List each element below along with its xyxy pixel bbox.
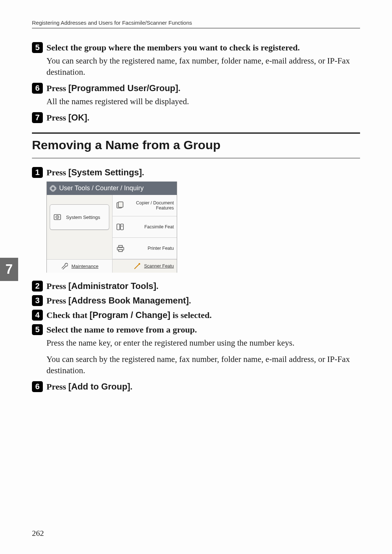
step-title: Press [Address Book Management].	[46, 296, 191, 306]
printer-features-button[interactable]: Printer Featu	[113, 238, 177, 259]
copier-features-button[interactable]: Copier / Document Features	[113, 195, 177, 216]
ui-label: [Add to Group]	[68, 382, 130, 391]
step-number-3: 3	[32, 295, 43, 306]
fax-icon	[115, 223, 126, 231]
text: Press	[46, 382, 68, 391]
embedded-screenshot: User Tools / Counter / Inquiry System Se…	[46, 182, 177, 273]
text: Press	[46, 83, 68, 93]
step-number-6b: 6	[32, 381, 43, 392]
text: Press	[46, 281, 68, 291]
maintenance-icon	[61, 263, 68, 269]
text: .	[156, 281, 158, 291]
chapter-side-tab: 7	[0, 258, 18, 281]
step-title: Press [System Settings].	[46, 167, 144, 178]
svg-rect-12	[119, 249, 122, 252]
step-number-6: 6	[32, 83, 43, 94]
button-label: Maintenance	[72, 264, 98, 269]
svg-rect-8	[121, 224, 123, 230]
svg-point-4	[57, 217, 58, 218]
scanner-features-button[interactable]: Scanner Featu	[112, 260, 177, 273]
svg-rect-6	[118, 202, 123, 207]
text: is selected.	[170, 310, 212, 320]
ui-label: [OK]	[68, 113, 87, 122]
text: Press	[46, 168, 68, 177]
step-number-4: 4	[32, 310, 43, 321]
text: Press	[46, 296, 68, 305]
copier-icon	[115, 201, 125, 210]
ui-label: [Program / Change]	[90, 310, 171, 320]
printer-icon	[115, 244, 126, 253]
step-number-1: 1	[32, 167, 43, 178]
step-number-5: 5	[32, 42, 43, 53]
step-title: Press [Administrator Tools].	[46, 281, 158, 291]
button-label: System Settings	[66, 215, 100, 220]
step-number-7: 7	[32, 112, 43, 123]
ui-label: [Administrator Tools]	[68, 281, 156, 291]
button-label: Facsimile Feat	[144, 224, 174, 229]
tools-icon	[53, 213, 63, 221]
panel-title: User Tools / Counter / Inquiry	[59, 184, 144, 192]
step-body: You can search by the registered name, f…	[46, 354, 360, 376]
running-header: Registering Addresses and Users for Facs…	[32, 20, 360, 28]
page-number: 262	[32, 529, 44, 538]
button-label: Scanner Featu	[144, 264, 174, 269]
scanner-icon	[134, 263, 141, 269]
text: .	[189, 296, 191, 305]
panel-title-bar: User Tools / Counter / Inquiry	[47, 182, 177, 195]
button-label: Copier / Document Features	[128, 200, 174, 211]
text: Press	[46, 113, 68, 122]
text: .	[87, 113, 89, 122]
step-title: Select the name to remove from a group.	[46, 325, 197, 335]
step-title: Press [Add to Group].	[46, 382, 132, 392]
text: .	[130, 382, 132, 391]
step-title: Check that [Program / Change] is selecte…	[46, 310, 212, 320]
svg-rect-7	[117, 224, 120, 230]
ui-label: [Address Book Management]	[68, 296, 189, 305]
step-title: Press [Programmed User/Group].	[46, 83, 180, 93]
maintenance-button[interactable]: Maintenance	[47, 260, 112, 273]
ui-label: [System Settings]	[68, 167, 142, 177]
section-rule	[32, 158, 360, 158]
text: .	[178, 83, 180, 93]
step-title: Select the group where the members you w…	[46, 43, 300, 53]
ui-label: [Programmed User/Group]	[68, 83, 178, 93]
svg-point-9	[122, 226, 123, 227]
text: .	[142, 168, 144, 177]
text: Check that	[46, 310, 90, 320]
step-body: All the names registered will be display…	[46, 96, 360, 107]
step-title: Press [OK].	[46, 113, 89, 123]
system-settings-button[interactable]: System Settings	[50, 204, 109, 230]
step-body: You can search by the registered name, f…	[46, 55, 360, 78]
button-label: Printer Featu	[148, 246, 174, 251]
diamond-icon	[50, 185, 56, 192]
step-number-2: 2	[32, 281, 43, 292]
step-body: Press the name key, or enter the registe…	[46, 337, 360, 349]
section-title: Removing a Name from a Group	[32, 134, 360, 158]
facsimile-features-button[interactable]: Facsimile Feat	[113, 216, 177, 238]
step-number-5b: 5	[32, 324, 43, 335]
